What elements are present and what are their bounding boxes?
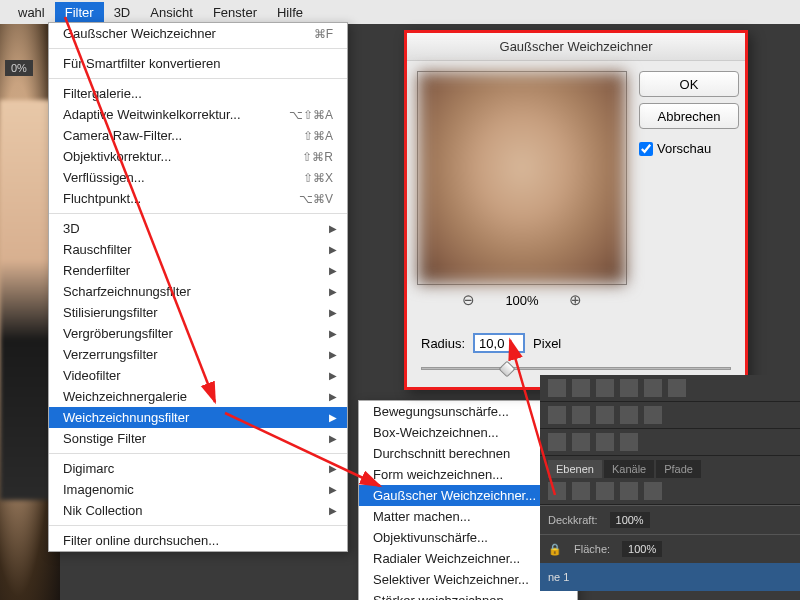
posterize-icon[interactable] bbox=[548, 433, 566, 451]
zoom-indicator: 0% bbox=[5, 60, 33, 76]
zoom-level: 100% bbox=[505, 293, 538, 308]
menu-item-online[interactable]: Filter online durchsuchen... bbox=[49, 530, 347, 551]
gradientmap-icon[interactable] bbox=[596, 433, 614, 451]
ok-button[interactable]: OK bbox=[639, 71, 739, 97]
layer-panel-tabs: Ebenen Kanäle Pfade bbox=[540, 456, 800, 478]
menu-item-weichzeichnungsfilter[interactable]: Weichzeichnungsfilter▶ bbox=[49, 407, 347, 428]
menu-item-scharfzeichnungsfilter[interactable]: Scharfzeichnungsfilter▶ bbox=[49, 281, 347, 302]
menu-item[interactable]: Imagenomic▶ bbox=[49, 479, 347, 500]
fill-value[interactable]: 100% bbox=[622, 541, 662, 557]
menu-3d[interactable]: 3D bbox=[104, 2, 141, 23]
shortcut: ⇧⌘A bbox=[303, 129, 333, 143]
menu-item-label: Verflüssigen... bbox=[63, 170, 145, 185]
separator bbox=[49, 78, 347, 79]
shortcut: ⇧⌘R bbox=[302, 150, 333, 164]
menu-item[interactable]: Adaptive Weitwinkelkorrektur...⌥⇧⌘A bbox=[49, 104, 347, 125]
zoom-out-icon[interactable]: ⊖ bbox=[462, 291, 475, 309]
menu-item-label: Adaptive Weitwinkelkorrektur... bbox=[63, 107, 241, 122]
filter-pixel-icon[interactable] bbox=[548, 482, 566, 500]
hue-icon[interactable] bbox=[644, 379, 662, 397]
tab-ebenen[interactable]: Ebenen bbox=[548, 460, 602, 478]
radius-slider[interactable] bbox=[421, 365, 731, 373]
menu-ansicht[interactable]: Ansicht bbox=[140, 2, 203, 23]
threshold-icon[interactable] bbox=[572, 433, 590, 451]
layer-filter-icons bbox=[540, 478, 800, 505]
menu-item-3d[interactable]: 3D▶ bbox=[49, 218, 347, 239]
radius-input[interactable] bbox=[473, 333, 525, 353]
menu-item-label: Rauschfilter bbox=[63, 242, 132, 257]
canvas-image bbox=[0, 100, 55, 500]
layer-row[interactable]: ne 1 bbox=[540, 563, 800, 591]
bw-icon[interactable] bbox=[548, 406, 566, 424]
channelmixer-icon[interactable] bbox=[596, 406, 614, 424]
lock-icon[interactable]: 🔒 bbox=[548, 543, 562, 556]
submenu-item[interactable]: Stärker weichzeichnen bbox=[359, 590, 577, 600]
menu-wahl[interactable]: wahl bbox=[8, 2, 55, 23]
adjustments-icons-2 bbox=[540, 402, 800, 429]
tab-kanaele[interactable]: Kanäle bbox=[604, 460, 654, 478]
filter-type-icon[interactable] bbox=[596, 482, 614, 500]
menu-item-last-filter[interactable]: Gaußscher Weichzeichner ⌘F bbox=[49, 23, 347, 44]
menu-item-smartfilter[interactable]: Für Smartfilter konvertieren bbox=[49, 53, 347, 74]
opacity-label: Deckkraft: bbox=[548, 514, 598, 526]
opacity-value[interactable]: 100% bbox=[610, 512, 650, 528]
menu-item-sonstige filter[interactable]: Sonstige Filter▶ bbox=[49, 428, 347, 449]
menu-item[interactable]: Objektivkorrektur...⇧⌘R bbox=[49, 146, 347, 167]
filter-shape-icon[interactable] bbox=[620, 482, 638, 500]
colorlookup-icon[interactable] bbox=[620, 406, 638, 424]
right-panels: Ebenen Kanäle Pfade Deckkraft: 100% 🔒 Fl… bbox=[540, 375, 800, 591]
menu-item-weichzeichnergalerie[interactable]: Weichzeichnergalerie▶ bbox=[49, 386, 347, 407]
adjustments-icons bbox=[540, 375, 800, 402]
menu-item[interactable]: Verflüssigen...⇧⌘X bbox=[49, 167, 347, 188]
menu-item[interactable]: Camera Raw-Filter...⇧⌘A bbox=[49, 125, 347, 146]
tab-pfade[interactable]: Pfade bbox=[656, 460, 701, 478]
menu-item-stilisierungsfilter[interactable]: Stilisierungsfilter▶ bbox=[49, 302, 347, 323]
menu-item-rauschfilter[interactable]: Rauschfilter▶ bbox=[49, 239, 347, 260]
menubar: wahl Filter 3D Ansicht Fenster Hilfe bbox=[0, 0, 800, 24]
shortcut: ⌥⇧⌘A bbox=[289, 108, 333, 122]
menu-item-label: Renderfilter bbox=[63, 263, 130, 278]
menu-fenster[interactable]: Fenster bbox=[203, 2, 267, 23]
exposure-icon[interactable] bbox=[620, 379, 638, 397]
submenu-arrow-icon: ▶ bbox=[329, 391, 337, 402]
slider-thumb[interactable] bbox=[499, 361, 516, 378]
menu-item[interactable]: Fluchtpunkt...⌥⌘V bbox=[49, 188, 347, 209]
menu-item-renderfilter[interactable]: Renderfilter▶ bbox=[49, 260, 347, 281]
menu-item-label: Scharfzeichnungsfilter bbox=[63, 284, 191, 299]
menu-item[interactable]: Nik Collection▶ bbox=[49, 500, 347, 521]
menu-item-label: Vergröberungsfilter bbox=[63, 326, 173, 341]
separator bbox=[49, 525, 347, 526]
menu-item-label: Videofilter bbox=[63, 368, 121, 383]
shortcut: ⌥⌘V bbox=[299, 192, 333, 206]
preview-checkbox[interactable] bbox=[639, 142, 653, 156]
menu-item[interactable]: Digimarc▶ bbox=[49, 458, 347, 479]
submenu-arrow-icon: ▶ bbox=[329, 463, 337, 474]
levels-icon[interactable] bbox=[572, 379, 590, 397]
selectivecolor-icon[interactable] bbox=[620, 433, 638, 451]
filter-smart-icon[interactable] bbox=[644, 482, 662, 500]
menu-item-verzerrungsfilter[interactable]: Verzerrungsfilter▶ bbox=[49, 344, 347, 365]
vibrance-icon[interactable] bbox=[668, 379, 686, 397]
menu-item[interactable]: Filtergalerie... bbox=[49, 83, 347, 104]
preview-checkbox-row[interactable]: Vorschau bbox=[639, 141, 739, 156]
shortcut: ⌘F bbox=[314, 27, 333, 41]
menu-item-videofilter[interactable]: Videofilter▶ bbox=[49, 365, 347, 386]
filter-adjust-icon[interactable] bbox=[572, 482, 590, 500]
cancel-button[interactable]: Abbrechen bbox=[639, 103, 739, 129]
submenu-arrow-icon: ▶ bbox=[329, 286, 337, 297]
photofilter-icon[interactable] bbox=[572, 406, 590, 424]
menu-item-vergröberungsfilter[interactable]: Vergröberungsfilter▶ bbox=[49, 323, 347, 344]
zoom-in-icon[interactable]: ⊕ bbox=[569, 291, 582, 309]
invert-icon[interactable] bbox=[644, 406, 662, 424]
preview-image[interactable] bbox=[418, 72, 626, 284]
gaussian-blur-dialog: Gaußscher Weichzeichner ⊖ 100% ⊕ OK Abbr… bbox=[404, 30, 748, 390]
menu-filter[interactable]: Filter bbox=[55, 2, 104, 23]
filter-dropdown: Gaußscher Weichzeichner ⌘F Für Smartfilt… bbox=[48, 22, 348, 552]
submenu-arrow-icon: ▶ bbox=[329, 265, 337, 276]
curves-icon[interactable] bbox=[596, 379, 614, 397]
menu-hilfe[interactable]: Hilfe bbox=[267, 2, 313, 23]
radius-unit: Pixel bbox=[533, 336, 561, 351]
separator bbox=[49, 213, 347, 214]
menu-item-label: Digimarc bbox=[63, 461, 114, 476]
brightness-icon[interactable] bbox=[548, 379, 566, 397]
